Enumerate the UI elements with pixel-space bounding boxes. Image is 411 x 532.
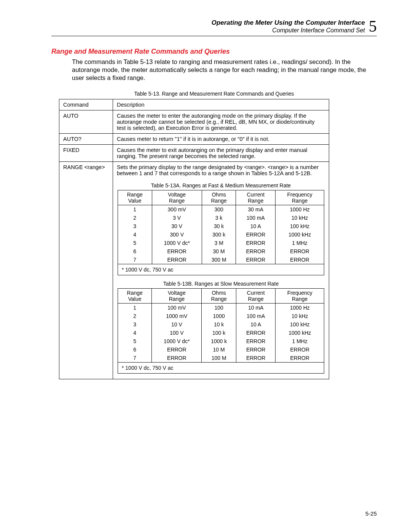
table-cell: ERROR	[276, 345, 324, 354]
table-cell: 1	[118, 303, 152, 312]
table-cell: 10 mA	[236, 303, 276, 312]
table-cell: 3 M	[202, 239, 236, 247]
table-cell: 300 k	[202, 230, 236, 239]
subtable-header: RangeValue VoltageRange OhmsRange Curren…	[118, 190, 324, 205]
page: Operating the Meter Using the Computer I…	[0, 0, 411, 532]
page-number: 5-25	[365, 510, 377, 517]
table-cell: 300 mV	[152, 205, 202, 214]
table-cell: ERROR	[236, 256, 276, 264]
subtable-a-caption: Table 5-13A. Ranges at Fast & Medium Mea…	[118, 182, 324, 189]
table-cell: 10 A	[236, 222, 276, 230]
table-row: 21000 mV1000100 mA10 kHz	[118, 312, 324, 320]
table-cell: 5	[118, 337, 152, 345]
section-heading: Range and Measurement Rate Commands and …	[51, 48, 377, 56]
table-cell: 5	[118, 239, 152, 247]
table-row: 7ERROR300 MERRORERROR	[118, 256, 324, 264]
table-cell: ERROR	[236, 337, 276, 345]
table-cell: 1 MHz	[276, 239, 324, 247]
table-cell: ERROR	[276, 256, 324, 264]
table-cell: 1000 kHz	[276, 230, 324, 239]
table-cell: 4	[118, 230, 152, 239]
table-cell: 2	[118, 214, 152, 222]
table-cell: ERROR	[236, 354, 276, 363]
table-cell: ERROR	[236, 247, 276, 256]
desc-cell: Causes the meter to enter the autorangin…	[113, 110, 329, 133]
table-cell: 10 M	[202, 345, 236, 354]
table-row: 6ERROR30 MERRORERROR	[118, 247, 324, 256]
table-row: 1100 mV10010 mA1000 Hz	[118, 303, 324, 312]
table-cell: 1000 V dc*	[152, 337, 202, 345]
table-cell: 6	[118, 247, 152, 256]
table-cell: 1000 V dc*	[152, 239, 202, 247]
table-row: 1300 mV30030 mA1000 Hz	[118, 205, 324, 214]
table-cell: 10 kHz	[276, 312, 324, 320]
chapter-number: 5	[369, 19, 377, 34]
table-row: 23 V3 k100 mA10 kHz	[118, 214, 324, 222]
subtable-a-body: 1300 mV30030 mA1000 Hz23 V3 k100 mA10 kH…	[118, 205, 324, 264]
cmd-cell: AUTO?	[59, 133, 113, 144]
table-caption: Table 5-13. Range and Measurement Rate C…	[51, 91, 377, 97]
table-cell: 6	[118, 345, 152, 354]
table-cell: 300 M	[202, 256, 236, 264]
table-cell: 30 k	[202, 222, 236, 230]
table-row: 4300 V300 kERROR1000 kHz	[118, 230, 324, 239]
table-cell: ERROR	[236, 239, 276, 247]
table-row: AUTO Causes the meter to enter the autor…	[59, 110, 329, 133]
table-cell: 1000 k	[202, 337, 236, 345]
table-cell: ERROR	[152, 247, 202, 256]
table-cell: 30 mA	[236, 205, 276, 214]
chapter-title: Operating the Meter Using the Computer I…	[212, 19, 365, 26]
table-cell: ERROR	[236, 230, 276, 239]
table-row: 7ERROR100 MERRORERROR	[118, 354, 324, 363]
table-row: 51000 V dc*3 MERROR1 MHz	[118, 239, 324, 247]
table-cell: 7	[118, 256, 152, 264]
table-cell: 100	[202, 303, 236, 312]
table-cell: 100 V	[152, 329, 202, 337]
table-cell: 100 kHz	[276, 222, 324, 230]
subtable-a: RangeValue VoltageRange OhmsRange Curren…	[118, 190, 324, 275]
subtable-header: RangeValue VoltageRange OhmsRange Curren…	[118, 288, 324, 303]
header-section-title: Computer Interface Command Set	[272, 27, 365, 34]
subtable-row: Table 5-13A. Ranges at Fast & Medium Mea…	[59, 179, 329, 379]
table-row: FIXED Causes the meter to exit autorangi…	[59, 144, 329, 161]
table-cell: ERROR	[276, 354, 324, 363]
subtable-b: RangeValue VoltageRange OhmsRange Curren…	[118, 288, 324, 374]
table-cell: 300 V	[152, 230, 202, 239]
table-row: 310 V10 k10 A100 kHz	[118, 320, 324, 329]
subtable-a-footnote: * 1000 V dc, 750 V ac	[118, 264, 324, 275]
table-header-row: Command Description	[59, 99, 329, 110]
table-cell: 100 mA	[236, 312, 276, 320]
intro-paragraph: The commands in Table 5-13 relate to ran…	[72, 58, 377, 82]
table-cell: 3 k	[202, 214, 236, 222]
table-cell: 10 kHz	[276, 214, 324, 222]
header-rule	[51, 36, 377, 36]
table-cell: 30 M	[202, 247, 236, 256]
table-cell: 100 kHz	[276, 320, 324, 329]
subtable-container: Table 5-13A. Ranges at Fast & Medium Mea…	[113, 179, 329, 379]
table-cell: 1000	[202, 312, 236, 320]
cmd-cell: RANGE <range>	[59, 161, 113, 179]
table-cell: 10 k	[202, 320, 236, 329]
cmd-cell: FIXED	[59, 144, 113, 161]
table-cell: 1000 Hz	[276, 303, 324, 312]
table-cell: 1000 kHz	[276, 329, 324, 337]
table-cell: 100 M	[202, 354, 236, 363]
col-header-description: Description	[113, 99, 329, 110]
table-row: 6ERROR10 MERRORERROR	[118, 345, 324, 354]
table-cell: 1000 Hz	[276, 205, 324, 214]
command-table: Command Description AUTO Causes the mete…	[59, 99, 329, 379]
subtable-b-body: 1100 mV10010 mA1000 Hz21000 mV1000100 mA…	[118, 303, 324, 362]
table-cell: 100 k	[202, 329, 236, 337]
table-cell: 100 mV	[152, 303, 202, 312]
table-cell: 30 V	[152, 222, 202, 230]
col-header-command: Command	[59, 99, 113, 110]
table-row: RANGE <range> Sets the primary display t…	[59, 161, 329, 179]
table-cell: 10 V	[152, 320, 202, 329]
table-row: 51000 V dc*1000 kERROR1 MHz	[118, 337, 324, 345]
table-cell: ERROR	[152, 256, 202, 264]
desc-cell: Sets the primary display to the range de…	[113, 161, 329, 179]
subtable-b-footnote: * 1000 V dc, 750 V ac	[118, 362, 324, 373]
table-cell: ERROR	[236, 329, 276, 337]
table-cell: 1	[118, 205, 152, 214]
table-row: AUTO? Causes meter to return "1" if it i…	[59, 133, 329, 144]
